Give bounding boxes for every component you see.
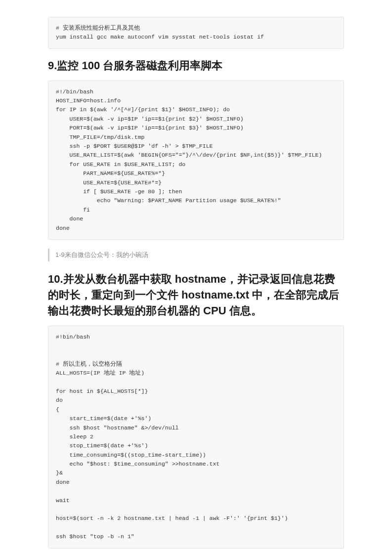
heading-section-9: 9.监控 100 台服务器磁盘利用率脚本 — [48, 58, 344, 74]
code-block-1: # 安装系统性能分析工具及其他 yum install gcc make aut… — [48, 17, 344, 49]
code-block-3: #!bin/bash # 所以主机，以空格分隔 ALL_HOSTS=(IP 地址… — [48, 326, 344, 549]
code-block-2: #!/bin/bash HOST_INFO=host.info for IP i… — [48, 81, 344, 240]
blockquote-source: 1-9来自微信公众号：我的小碗汤 — [48, 249, 344, 261]
heading-section-10: 10.并发从数台机器中获取 hostname，并记录返回信息花费的时长，重定向到… — [48, 271, 344, 319]
